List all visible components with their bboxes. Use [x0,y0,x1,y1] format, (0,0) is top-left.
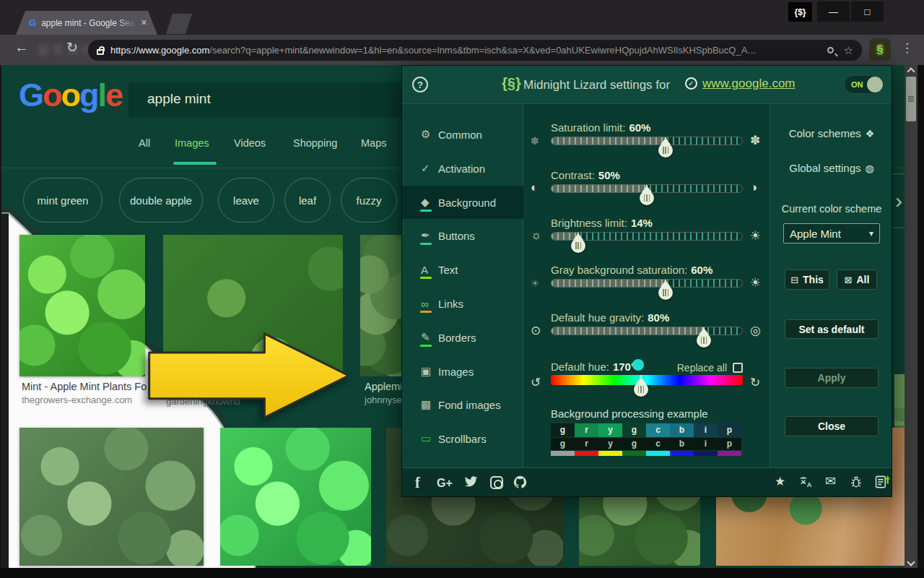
window-right-edge [918,65,924,578]
replace-all-checkbox[interactable] [733,363,743,373]
tab-title: apple mint - Google Sea [41,18,136,28]
changelog-icon[interactable] [874,474,890,490]
sidebar-item-borders[interactable]: ✎Borders [402,323,523,352]
contrast-low-icon[interactable]: ◐ [531,181,538,195]
set-as-default-button[interactable]: Set as default [785,319,879,339]
close-button[interactable]: Close [785,416,879,436]
maximize-button[interactable]: □ [851,1,884,22]
icon-underline [420,243,432,245]
back-button[interactable]: ← [14,39,29,56]
rotate-ccw-icon[interactable]: ↺ [531,375,541,390]
slider-track[interactable] [551,327,743,335]
slider-track[interactable] [551,137,743,145]
sidebar-item-scrollbars[interactable]: ▭Scrollbars [402,424,523,453]
toggle-knob[interactable] [867,77,883,92]
example-color-segment [694,451,718,456]
sidebar-item-links[interactable]: ∞Links [402,289,523,318]
scrollbar-thumb[interactable] [906,77,916,121]
slider-handle[interactable] [640,191,654,205]
midnight-lizard-extension-icon[interactable]: § [869,38,891,61]
gray-saturation-high-icon[interactable]: ☀ [750,275,761,290]
twitter-icon[interactable] [464,476,478,488]
popup-title: Midnight Lizard settings for [523,78,670,92]
color-scheme-select[interactable]: Apple Mint ▾ [783,223,880,243]
hue-gravity-high-icon[interactable]: ◎ [750,323,761,338]
help-icon[interactable]: ? [412,77,428,92]
hue-gravity-low-icon[interactable]: ⊙ [531,323,541,338]
slider-handle[interactable] [658,285,673,300]
gray-saturation-low-icon[interactable]: ☀ [531,277,540,289]
scroll-down-icon[interactable] [907,558,915,566]
slider-handle[interactable] [571,238,585,253]
current-scheme-label: Current color scheme [770,203,893,215]
reload-button[interactable]: ↻ [66,39,78,56]
github-icon[interactable] [513,475,527,489]
popup-footer: f G+ ★ A ✉ [402,467,892,496]
saturation-low-icon[interactable]: ✽ [531,135,539,147]
slider-fill [552,185,647,192]
facebook-icon[interactable]: f [415,475,420,491]
saturation-high-icon[interactable]: ✽ [750,133,760,148]
translate-icon[interactable]: A [799,475,814,488]
rate-star-icon[interactable]: ★ [775,474,785,489]
slider-label: Contrast:50% [551,169,620,181]
sidebar-item-common[interactable]: ⚙Common [402,120,523,149]
example-cell-original: b [670,438,694,450]
example-cell-original: y [598,438,622,450]
bug-report-icon[interactable] [850,475,863,488]
background-image-icon: ▦ [421,398,438,411]
minimize-button[interactable]: — [817,1,850,22]
sidebar-item-buttons[interactable]: ✒Buttons [402,221,523,250]
browser-tab[interactable]: G apple mint - Google Sea ✕ [16,11,157,35]
color-schemes-link[interactable]: Color schemes❖ [770,127,893,139]
default-hue-row: Default hue:170° Replace all ↺ ↻ [523,361,770,407]
sidebar-item-background[interactable]: ◆Background [402,186,523,219]
popup-header: ? {§} Midnight Lizard settings for ✓ www… [402,66,892,104]
google-plus-icon[interactable]: G+ [437,477,453,490]
delete-this-button[interactable]: ⊟This [785,269,829,290]
icon-underline [420,345,432,347]
slider-handle[interactable] [697,333,711,348]
apply-button[interactable]: Apply [785,368,879,388]
brightness-low-icon[interactable]: ☼ [531,228,542,243]
slider-track[interactable] [551,184,743,193]
hue-slider-handle[interactable] [634,382,648,397]
address-bar[interactable]: https://www.google.com/search?q=apple+mi… [88,40,862,61]
slider-row-2: Contrast:50%◐◑ [523,169,770,215]
slider-track[interactable] [551,232,743,241]
tab-close-icon[interactable]: ✕ [141,18,147,27]
sidebar-item-activation[interactable]: ✓Activation [402,154,523,183]
mail-icon[interactable]: ✉ [825,473,836,489]
sidebar-item-text[interactable]: AText [402,255,523,284]
brightness-high-icon[interactable]: ☀ [750,228,761,243]
contrast-high-icon[interactable]: ◑ [750,181,757,195]
example-cell-processed: g [551,423,575,437]
zoom-icon[interactable] [827,47,834,53]
scroll-up-icon[interactable] [907,67,915,75]
yellow-arrow-icon [149,334,349,418]
global-settings-link[interactable]: Global settings◍ [770,162,893,174]
example-cell-original: p [718,438,741,450]
bookmark-star-icon[interactable]: ☆ [844,44,853,57]
page-scrollbar[interactable] [905,65,918,568]
hue-slider[interactable] [551,375,743,385]
sidebar-item-fond-images[interactable]: ▦Fond images [402,390,523,419]
example-color-segment [575,451,598,456]
rotate-cw-icon[interactable]: ↻ [750,375,760,390]
site-link[interactable]: www.google.com [702,77,796,91]
slider-label: Default hue gravity:80% [551,311,669,324]
instagram-icon[interactable] [490,476,503,489]
delete-all-button[interactable]: ⊠All [837,269,877,290]
site-check-icon: ✓ [685,77,697,90]
slider-track[interactable] [551,279,743,288]
on-off-toggle[interactable]: ON [844,75,884,94]
icon-underline [420,210,432,212]
example-color-segment [622,451,646,456]
sidebar-item-images[interactable]: ▣Images [402,357,523,386]
browser-menu-icon[interactable]: ⋮ [901,40,913,56]
new-tab-button[interactable] [166,14,192,34]
example-processed-row: grygcbip [551,423,741,437]
slider-handle[interactable] [658,143,673,158]
slider-label: Gray background saturation:60% [551,264,712,276]
slider-fill [552,327,704,335]
